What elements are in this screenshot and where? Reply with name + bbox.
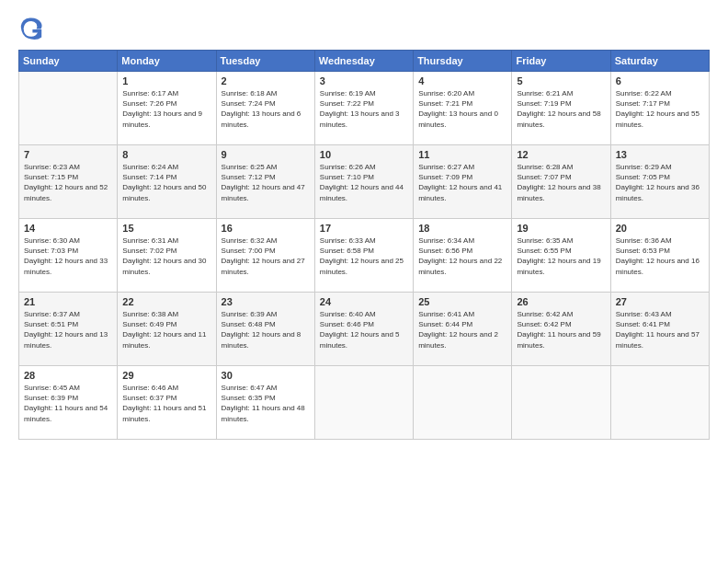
calendar-week-row: 28 Sunrise: 6:45 AM Sunset: 6:39 PM Dayl… [19,366,710,440]
day-number: 11 [418,149,506,160]
day-number: 18 [418,223,506,234]
sunrise: Sunrise: 6:19 AM [320,89,376,98]
daylight: Daylight: 12 hours and 38 minutes. [517,183,600,201]
day-info: Sunrise: 6:35 AM Sunset: 6:55 PM Dayligh… [517,236,605,277]
logo-icon [18,15,44,40]
page: SundayMondayTuesdayWednesdayThursdayFrid… [0,0,728,563]
day-number: 16 [222,223,310,234]
sunset: Sunset: 7:09 PM [418,173,472,181]
daylight: Daylight: 12 hours and 58 minutes. [517,109,600,128]
day-info: Sunrise: 6:34 AM Sunset: 6:56 PM Dayligh… [418,236,506,277]
day-info: Sunrise: 6:20 AM Sunset: 7:21 PM Dayligh… [418,88,506,130]
sunset: Sunset: 7:26 PM [122,99,176,108]
calendar-cell: 17 Sunrise: 6:33 AM Sunset: 6:58 PM Dayl… [314,219,413,293]
calendar-cell: 15 Sunrise: 6:31 AM Sunset: 7:02 PM Dayl… [118,219,216,293]
day-number: 24 [320,296,408,307]
day-number: 27 [616,296,704,307]
day-number: 19 [517,223,605,234]
daylight: Daylight: 11 hours and 51 minutes. [122,404,206,422]
day-number: 30 [222,370,310,381]
sunrise: Sunrise: 6:41 AM [418,310,474,318]
sunset: Sunset: 7:21 PM [418,99,472,108]
calendar: SundayMondayTuesdayWednesdayThursdayFrid… [18,50,710,440]
daylight: Daylight: 12 hours and 44 minutes. [320,183,404,201]
daylight: Daylight: 13 hours and 9 minutes. [122,109,202,128]
daylight: Daylight: 12 hours and 2 minutes. [418,330,498,349]
day-header: Wednesday [314,51,413,72]
day-number: 14 [24,223,112,234]
sunset: Sunset: 7:15 PM [24,173,78,181]
calendar-week-row: 21 Sunrise: 6:37 AM Sunset: 6:51 PM Dayl… [19,293,710,366]
day-number: 21 [24,296,112,307]
daylight: Daylight: 11 hours and 57 minutes. [616,330,700,349]
calendar-cell: 1 Sunrise: 6:17 AM Sunset: 7:26 PM Dayli… [118,72,216,145]
sunrise: Sunrise: 6:24 AM [122,163,178,171]
sunrise: Sunrise: 6:35 AM [517,236,573,245]
daylight: Daylight: 13 hours and 0 minutes. [418,109,498,128]
day-number: 5 [517,75,605,86]
daylight: Daylight: 12 hours and 55 minutes. [616,109,700,128]
calendar-cell: 6 Sunrise: 6:22 AM Sunset: 7:17 PM Dayli… [610,72,709,145]
daylight: Daylight: 12 hours and 36 minutes. [616,183,700,201]
sunset: Sunset: 7:17 PM [616,99,670,108]
calendar-cell: 4 Sunrise: 6:20 AM Sunset: 7:21 PM Dayli… [414,72,512,145]
calendar-cell: 14 Sunrise: 6:30 AM Sunset: 7:03 PM Dayl… [19,219,118,293]
daylight: Daylight: 12 hours and 27 minutes. [222,257,305,275]
sunset: Sunset: 6:55 PM [517,247,571,255]
calendar-cell: 13 Sunrise: 6:29 AM Sunset: 7:05 PM Dayl… [610,145,709,219]
day-info: Sunrise: 6:38 AM Sunset: 6:49 PM Dayligh… [122,309,210,350]
day-info: Sunrise: 6:47 AM Sunset: 6:35 PM Dayligh… [222,383,310,424]
daylight: Daylight: 12 hours and 50 minutes. [122,183,206,201]
calendar-cell: 26 Sunrise: 6:42 AM Sunset: 6:42 PM Dayl… [512,293,610,366]
sunrise: Sunrise: 6:20 AM [418,89,474,98]
day-number: 22 [122,296,210,307]
sunrise: Sunrise: 6:17 AM [122,89,178,98]
daylight: Daylight: 12 hours and 5 minutes. [320,330,400,349]
sunset: Sunset: 7:19 PM [517,99,571,108]
day-number: 8 [122,149,210,160]
header-row: SundayMondayTuesdayWednesdayThursdayFrid… [19,51,710,72]
day-info: Sunrise: 6:25 AM Sunset: 7:12 PM Dayligh… [222,162,310,203]
calendar-cell: 22 Sunrise: 6:38 AM Sunset: 6:49 PM Dayl… [118,293,216,366]
day-number: 7 [24,149,112,160]
sunrise: Sunrise: 6:18 AM [222,89,278,98]
calendar-cell: 21 Sunrise: 6:37 AM Sunset: 6:51 PM Dayl… [19,293,118,366]
calendar-cell: 12 Sunrise: 6:28 AM Sunset: 7:07 PM Dayl… [512,145,610,219]
day-info: Sunrise: 6:42 AM Sunset: 6:42 PM Dayligh… [517,309,605,350]
sunset: Sunset: 7:05 PM [616,173,670,181]
day-header: Monday [118,51,216,72]
calendar-cell [19,72,118,145]
sunset: Sunset: 7:12 PM [222,173,276,181]
day-info: Sunrise: 6:23 AM Sunset: 7:15 PM Dayligh… [24,162,112,203]
day-info: Sunrise: 6:45 AM Sunset: 6:39 PM Dayligh… [24,383,112,424]
day-number: 10 [320,149,408,160]
sunrise: Sunrise: 6:22 AM [616,89,672,98]
calendar-week-row: 7 Sunrise: 6:23 AM Sunset: 7:15 PM Dayli… [19,145,710,219]
day-number: 28 [24,370,112,381]
calendar-cell: 28 Sunrise: 6:45 AM Sunset: 6:39 PM Dayl… [19,366,118,440]
calendar-cell: 3 Sunrise: 6:19 AM Sunset: 7:22 PM Dayli… [314,72,413,145]
day-info: Sunrise: 6:21 AM Sunset: 7:19 PM Dayligh… [517,88,605,130]
day-info: Sunrise: 6:19 AM Sunset: 7:22 PM Dayligh… [320,88,408,130]
calendar-cell: 8 Sunrise: 6:24 AM Sunset: 7:14 PM Dayli… [118,145,216,219]
sunrise: Sunrise: 6:37 AM [24,310,80,318]
calendar-cell [314,366,413,440]
day-info: Sunrise: 6:26 AM Sunset: 7:10 PM Dayligh… [320,162,408,203]
sunset: Sunset: 6:39 PM [24,394,78,402]
sunrise: Sunrise: 6:27 AM [418,163,474,171]
day-info: Sunrise: 6:36 AM Sunset: 6:53 PM Dayligh… [616,236,704,277]
sunset: Sunset: 7:02 PM [122,247,176,255]
calendar-cell: 16 Sunrise: 6:32 AM Sunset: 7:00 PM Dayl… [216,219,314,293]
daylight: Daylight: 11 hours and 48 minutes. [222,404,305,422]
sunset: Sunset: 6:44 PM [418,320,472,328]
calendar-week-row: 14 Sunrise: 6:30 AM Sunset: 7:03 PM Dayl… [19,219,710,293]
calendar-cell: 27 Sunrise: 6:43 AM Sunset: 6:41 PM Dayl… [610,293,709,366]
calendar-cell: 9 Sunrise: 6:25 AM Sunset: 7:12 PM Dayli… [216,145,314,219]
daylight: Daylight: 12 hours and 25 minutes. [320,257,404,275]
sunset: Sunset: 6:58 PM [320,247,374,255]
calendar-cell: 30 Sunrise: 6:47 AM Sunset: 6:35 PM Dayl… [216,366,314,440]
calendar-cell: 11 Sunrise: 6:27 AM Sunset: 7:09 PM Dayl… [414,145,512,219]
sunrise: Sunrise: 6:32 AM [222,236,278,245]
daylight: Daylight: 11 hours and 59 minutes. [517,330,600,349]
daylight: Daylight: 12 hours and 22 minutes. [418,257,502,275]
